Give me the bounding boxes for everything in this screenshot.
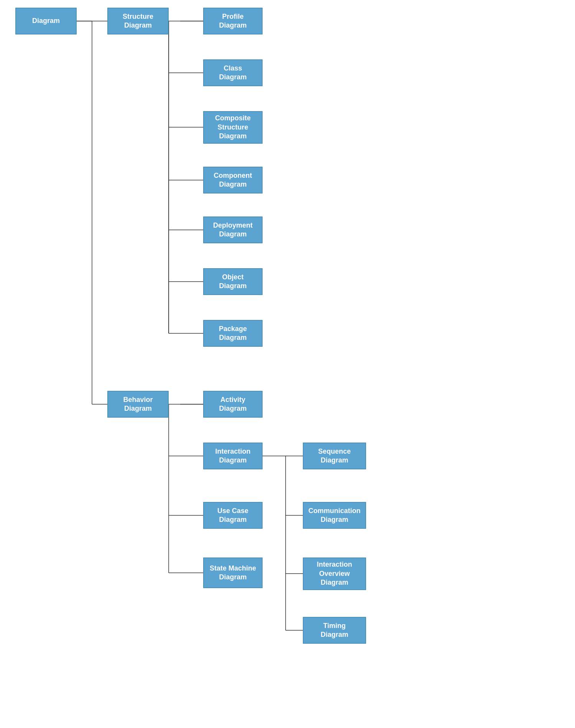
diagram-node[interactable]: Diagram: [15, 8, 77, 34]
profile-diagram-node[interactable]: ProfileDiagram: [203, 8, 263, 34]
activity-diagram-node[interactable]: ActivityDiagram: [203, 391, 263, 418]
use-case-diagram-node[interactable]: Use CaseDiagram: [203, 502, 263, 529]
object-diagram-node[interactable]: ObjectDiagram: [203, 268, 263, 295]
structure-diagram-node[interactable]: StructureDiagram: [107, 8, 169, 34]
package-diagram-node[interactable]: PackageDiagram: [203, 320, 263, 347]
sequence-diagram-node[interactable]: SequenceDiagram: [303, 443, 366, 469]
composite-structure-diagram-node[interactable]: CompositeStructureDiagram: [203, 111, 263, 144]
state-machine-diagram-node[interactable]: State MachineDiagram: [203, 557, 263, 588]
timing-diagram-node[interactable]: TimingDiagram: [303, 617, 366, 644]
diagram-container: Diagram StructureDiagram BehaviorDiagram…: [0, 0, 575, 728]
communication-diagram-node[interactable]: CommunicationDiagram: [303, 502, 366, 529]
component-diagram-node[interactable]: ComponentDiagram: [203, 167, 263, 193]
class-diagram-node[interactable]: ClassDiagram: [203, 59, 263, 86]
interaction-overview-diagram-node[interactable]: InteractionOverviewDiagram: [303, 557, 366, 590]
connector-lines: [0, 0, 575, 728]
deployment-diagram-node[interactable]: DeploymentDiagram: [203, 216, 263, 243]
interaction-diagram-node[interactable]: InteractionDiagram: [203, 443, 263, 469]
behavior-diagram-node[interactable]: BehaviorDiagram: [107, 391, 169, 418]
